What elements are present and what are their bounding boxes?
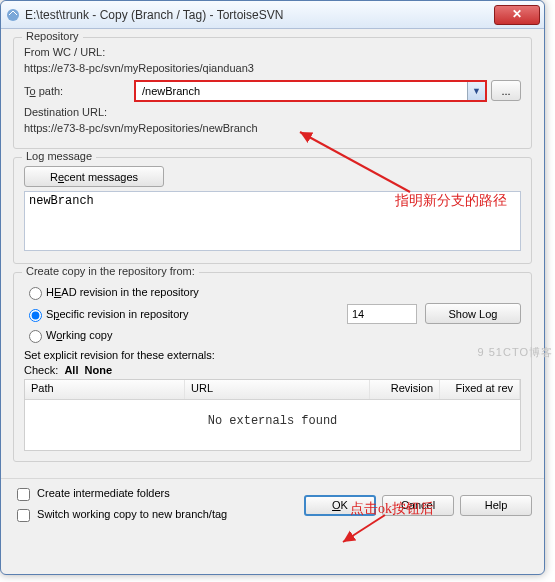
log-group-label: Log message (22, 150, 96, 162)
from-url: https://e73-8-pc/svn/myRepositories/qian… (24, 62, 521, 74)
create-intermediate-checkbox[interactable] (17, 488, 30, 501)
cancel-button[interactable]: Cancel (382, 495, 454, 516)
check-none-link[interactable]: None (85, 364, 113, 376)
watermark-text: 9 51CTO博客 (478, 345, 553, 360)
opt-head-row[interactable]: HEAD revision in the repository (24, 284, 521, 300)
log-group: Log message Recent messages newBranch (13, 157, 532, 264)
log-message-input[interactable]: newBranch (24, 191, 521, 251)
opt-wc-row[interactable]: Working copy (24, 327, 521, 343)
th-url[interactable]: URL (185, 380, 370, 399)
specific-revision-radio[interactable] (29, 309, 42, 322)
repository-group-label: Repository (22, 30, 83, 42)
specific-revision-label: Specific revision in repository (46, 308, 347, 320)
dest-url: https://e73-8-pc/svn/myRepositories/newB… (24, 122, 521, 134)
opt-spec-row[interactable]: Specific revision in repository Show Log (24, 303, 521, 324)
recent-messages-button[interactable]: Recent messages (24, 166, 164, 187)
create-from-group: Create copy in the repository from: HEAD… (13, 272, 532, 462)
close-icon: ✕ (512, 7, 522, 21)
working-copy-radio[interactable] (29, 330, 42, 343)
to-path-combo[interactable]: ▼ (134, 80, 487, 102)
no-externals-text: No externals found (25, 400, 520, 428)
dialog-bottom: Create intermediate folders Switch worki… (1, 478, 544, 531)
to-path-dropdown-icon[interactable]: ▼ (467, 82, 485, 100)
revision-input[interactable] (347, 304, 417, 324)
table-header: Path URL Revision Fixed at rev (25, 380, 520, 400)
cb-switch-row[interactable]: Switch working copy to new branch/tag (13, 506, 304, 525)
cb-intermediate-row[interactable]: Create intermediate folders (13, 485, 304, 504)
close-button[interactable]: ✕ (494, 5, 540, 25)
ok-button[interactable]: OK (304, 495, 376, 516)
to-path-label: To path: (24, 85, 134, 97)
th-path[interactable]: Path (25, 380, 185, 399)
from-label: From WC / URL: (24, 46, 521, 58)
head-revision-radio[interactable] (29, 287, 42, 300)
browse-button[interactable]: ... (491, 80, 521, 101)
titlebar[interactable]: E:\test\trunk - Copy (Branch / Tag) - To… (1, 1, 544, 29)
app-icon (5, 7, 21, 23)
dest-label: Destination URL: (24, 106, 521, 118)
th-fixed[interactable]: Fixed at rev (440, 380, 520, 399)
externals-label: Set explicit revision for these external… (24, 349, 521, 361)
switch-wc-label: Switch working copy to new branch/tag (37, 508, 227, 520)
dialog-window: E:\test\trunk - Copy (Branch / Tag) - To… (0, 0, 545, 575)
window-title: E:\test\trunk - Copy (Branch / Tag) - To… (25, 8, 494, 22)
externals-table: Path URL Revision Fixed at rev No extern… (24, 379, 521, 451)
create-from-group-label: Create copy in the repository from: (22, 265, 199, 277)
check-label: Check: (24, 364, 58, 376)
head-revision-label: HEAD revision in the repository (46, 286, 199, 298)
switch-wc-checkbox[interactable] (17, 509, 30, 522)
create-intermediate-label: Create intermediate folders (37, 487, 170, 499)
check-all-link[interactable]: All (64, 364, 78, 376)
show-log-button[interactable]: Show Log (425, 303, 521, 324)
externals-check-row: Check: All None (24, 364, 521, 376)
to-path-input[interactable] (136, 82, 467, 100)
th-revision[interactable]: Revision (370, 380, 440, 399)
dialog-body: Repository From WC / URL: https://e73-8-… (1, 29, 544, 478)
repository-group: Repository From WC / URL: https://e73-8-… (13, 37, 532, 149)
help-button[interactable]: Help (460, 495, 532, 516)
working-copy-label: Working copy (46, 329, 112, 341)
